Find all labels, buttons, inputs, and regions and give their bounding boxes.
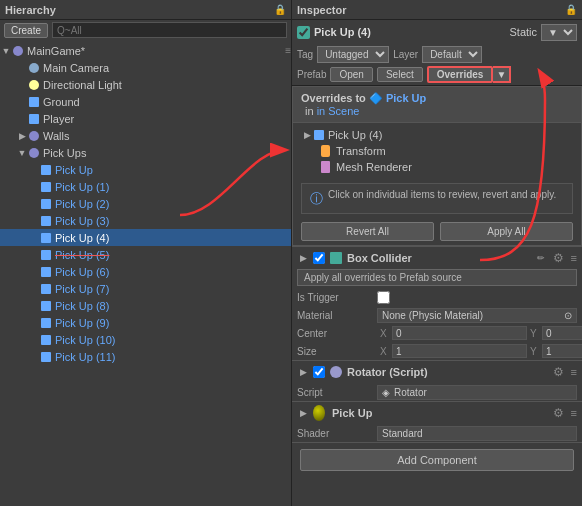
overrides-info-box: ⓘ Click on individual items to review, r… [301, 183, 573, 214]
add-component-button[interactable]: Add Component [300, 449, 574, 471]
is-trigger-checkbox[interactable] [377, 291, 390, 304]
tree-item-label: Pick Up (7) [55, 283, 109, 295]
overrides-tree: Pick Up (4) Transform Mesh Renderer [293, 123, 581, 179]
tree-item-ground[interactable]: Ground [0, 93, 291, 110]
size-x-input[interactable] [392, 344, 527, 358]
revert-all-button[interactable]: Revert All [301, 222, 434, 241]
tree-item-maingame[interactable]: MainGame* ≡ [0, 42, 291, 59]
center-x-input[interactable] [392, 326, 527, 340]
tree-item-label: Pick Up (8) [55, 300, 109, 312]
overrides-dropdown-arrow[interactable]: ▼ [493, 66, 511, 83]
apply-all-button[interactable]: Apply All [440, 222, 573, 241]
overrides-item-arrow[interactable] [301, 130, 313, 140]
rotator-enabled-checkbox[interactable] [313, 366, 325, 378]
select-prefab-button[interactable]: Select [377, 67, 423, 82]
inspector-lock-icon[interactable]: 🔒 [565, 4, 577, 15]
overrides-subtitle: in [305, 105, 317, 117]
material-label: Material [297, 310, 377, 321]
tree-item-walls[interactable]: Walls [0, 127, 291, 144]
is-trigger-row: Is Trigger [292, 288, 582, 306]
expand-arrow[interactable] [16, 148, 28, 158]
overrides-scene-label: in Scene [317, 105, 360, 117]
component-expand-arrow[interactable] [297, 367, 309, 377]
hierarchy-title: Hierarchy [5, 4, 56, 16]
hierarchy-lock-icon[interactable]: 🔒 [274, 4, 286, 15]
layer-dropdown[interactable]: Default [422, 46, 482, 63]
tree-item-pickup1[interactable]: Pick Up (1) [0, 178, 291, 195]
transform-icon [321, 145, 333, 157]
tree-item-label: Pick Up (11) [55, 351, 116, 363]
overrides-btn-group: Overrides ▼ [427, 66, 512, 83]
tree-item-pickup7[interactable]: Pick Up (7) [0, 280, 291, 297]
expand-arrow[interactable] [16, 131, 28, 141]
rotator-settings-icon[interactable]: ⚙ [553, 365, 564, 379]
tree-item-label: Pick Up (5) [55, 249, 109, 261]
edit-collider-icon[interactable]: ✏ [537, 253, 545, 263]
tree-item-label: MainGame* [27, 45, 85, 57]
prefab-label: Prefab [297, 69, 326, 80]
overrides-item-pickup4[interactable]: Pick Up (4) [301, 127, 573, 143]
mesh-renderer-icon [321, 161, 333, 173]
script-value[interactable]: ◈ Rotator [377, 385, 577, 400]
x-axis-label: X [380, 346, 390, 357]
overrides-item-meshrenderer[interactable]: Mesh Renderer [301, 159, 573, 175]
apply-overrides-text: Apply all overrides to Prefab source [304, 272, 462, 283]
tree-item-pickup5[interactable]: Pick Up (5) [0, 246, 291, 263]
overrides-popup-title: Overrides to 🔷 Pick Up in in Scene [293, 87, 581, 123]
gameobj-icon [28, 130, 40, 142]
tree-item-pickup2[interactable]: Pick Up (2) [0, 195, 291, 212]
size-y-input[interactable] [542, 344, 582, 358]
prefab-icon [40, 232, 52, 244]
tree-item-pickup3[interactable]: Pick Up (3) [0, 212, 291, 229]
tree-item-pickups[interactable]: Pick Ups [0, 144, 291, 161]
overrides-item-transform[interactable]: Transform [301, 143, 573, 159]
info-icon: ⓘ [310, 190, 323, 208]
inspector-title: Inspector [297, 4, 347, 16]
create-button[interactable]: Create [4, 23, 48, 38]
object-enabled-checkbox[interactable] [297, 26, 310, 39]
tree-item-pickup10[interactable]: Pick Up (10) [0, 331, 291, 348]
material-menu-icon[interactable]: ≡ [571, 407, 577, 419]
component-settings-icon[interactable]: ⚙ [553, 251, 564, 265]
tree-item-player[interactable]: Player [0, 110, 291, 127]
open-prefab-button[interactable]: Open [330, 67, 372, 82]
overrides-info-text: Click on individual items to review, rev… [328, 189, 556, 200]
static-dropdown[interactable]: ▼ [541, 24, 577, 41]
overrides-object-name: Pick Up [386, 92, 426, 104]
tree-item-pickup6[interactable]: Pick Up (6) [0, 263, 291, 280]
component-expand-arrow[interactable] [297, 408, 309, 418]
y-axis-label: Y [530, 346, 540, 357]
tree-item-maincamera[interactable]: Main Camera [0, 59, 291, 76]
y-axis-label: Y [530, 328, 540, 339]
prefab-icon [40, 198, 52, 210]
material-select-icon[interactable]: ⊙ [564, 310, 572, 321]
hierarchy-options[interactable]: ≡ [285, 45, 291, 56]
center-y-input[interactable] [542, 326, 582, 340]
script-label: Script [297, 387, 377, 398]
overrides-button[interactable]: Overrides [427, 66, 494, 83]
script-icon [329, 365, 343, 379]
shader-value[interactable]: Standard [377, 426, 577, 441]
material-value[interactable]: None (Physic Material) ⊙ [377, 308, 577, 323]
tree-item-pickup[interactable]: Pick Up [0, 161, 291, 178]
rotator-menu-icon[interactable]: ≡ [571, 366, 577, 378]
tree-item-pickup8[interactable]: Pick Up (8) [0, 297, 291, 314]
box-collider-enabled-checkbox[interactable] [313, 252, 325, 264]
material-settings-icon[interactable]: ⚙ [553, 406, 564, 420]
tree-item-directionallight[interactable]: Directional Light [0, 76, 291, 93]
prefab-icon [40, 351, 52, 363]
prefab-icon [40, 317, 52, 329]
overrides-title-prefix: Overrides to [301, 92, 366, 104]
prefab-icon [40, 164, 52, 176]
material-section-header: Pick Up ⚙ ≡ [292, 402, 582, 424]
expand-arrow[interactable] [0, 46, 12, 56]
tree-item-pickup9[interactable]: Pick Up (9) [0, 314, 291, 331]
overrides-object-icon: 🔷 [369, 92, 383, 104]
material-section: Pick Up ⚙ ≡ Shader Standard [292, 401, 582, 442]
hierarchy-search-input[interactable] [52, 22, 287, 38]
component-expand-arrow[interactable] [297, 253, 309, 263]
tag-dropdown[interactable]: Untagged [317, 46, 389, 63]
tree-item-pickup4[interactable]: Pick Up (4) [0, 229, 291, 246]
tree-item-pickup11[interactable]: Pick Up (11) [0, 348, 291, 365]
component-menu-icon[interactable]: ≡ [571, 252, 577, 264]
